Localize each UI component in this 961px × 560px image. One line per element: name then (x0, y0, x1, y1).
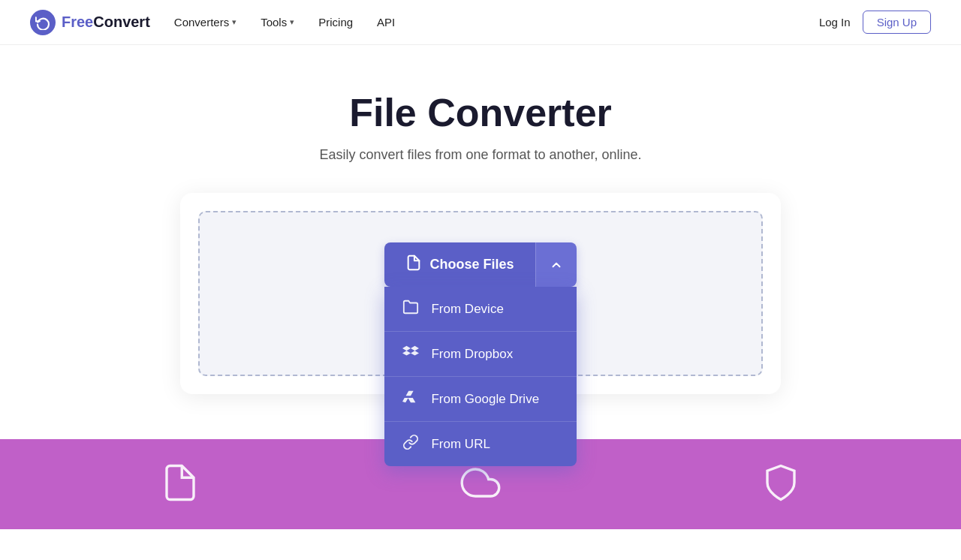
logo-text: FreeConvert (62, 14, 150, 31)
tools-menu[interactable]: Tools ▾ (261, 16, 294, 29)
dropdown-item-dropbox[interactable]: From Dropbox (384, 331, 576, 376)
choose-files-button[interactable]: Choose Files (384, 242, 535, 287)
hero-subtitle: Easily convert files from one format to … (15, 147, 946, 163)
tools-chevron-icon: ▾ (290, 17, 294, 27)
converters-chevron-icon: ▾ (232, 17, 236, 27)
login-button[interactable]: Log In (819, 16, 851, 29)
dropbox-icon (402, 344, 419, 364)
pricing-link[interactable]: Pricing (318, 16, 353, 29)
api-link[interactable]: API (377, 16, 395, 29)
converters-menu[interactable]: Converters ▾ (174, 16, 236, 29)
folder-icon (402, 299, 419, 319)
google-drive-icon (402, 389, 419, 409)
footer-shield-icon (761, 462, 801, 506)
nav-left: FreeConvert Converters ▾ Tools ▾ Pricing… (30, 10, 395, 35)
choose-files-wrapper: Choose Files (384, 242, 576, 287)
link-icon (402, 434, 419, 454)
choose-files-toggle-button[interactable] (535, 242, 577, 287)
logo[interactable]: FreeConvert (30, 10, 150, 35)
nav-right: Log In Sign Up (819, 11, 931, 34)
dropdown-item-url[interactable]: From URL (384, 421, 576, 466)
upload-section: Choose Files (0, 185, 961, 394)
file-icon (405, 254, 422, 275)
choose-files-btn-row: Choose Files (384, 242, 576, 287)
choose-files-dropdown: From Device From Dropbox (384, 287, 576, 466)
hero-section: File Converter Easily convert files from… (0, 45, 961, 185)
dropdown-item-device[interactable]: From Device (384, 287, 576, 331)
signup-button[interactable]: Sign Up (863, 11, 931, 34)
logo-icon (30, 10, 56, 35)
dropdown-item-google-drive[interactable]: From Google Drive (384, 376, 576, 421)
footer-cloud-icon (460, 462, 501, 506)
drop-zone[interactable]: Choose Files (198, 211, 763, 376)
page-title: File Converter (15, 90, 946, 135)
footer-file-icon (160, 462, 200, 506)
upload-card: Choose Files (180, 193, 781, 394)
navbar: FreeConvert Converters ▾ Tools ▾ Pricing… (0, 0, 961, 45)
chevron-up-icon (550, 258, 563, 272)
